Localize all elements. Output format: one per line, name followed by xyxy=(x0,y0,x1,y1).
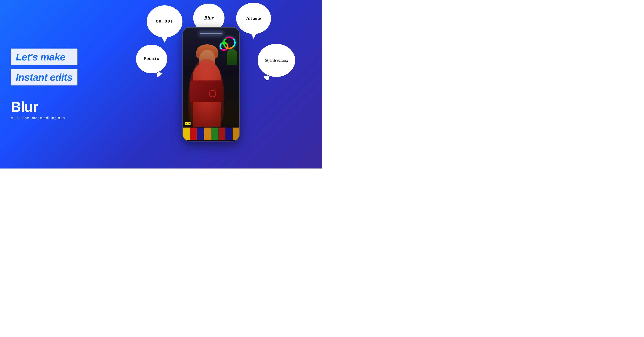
phone: HOP xyxy=(182,27,240,142)
laptop-circle xyxy=(209,90,216,97)
allauto-label: All auto xyxy=(244,14,262,23)
brand-section: Blur All-in-one image editing app xyxy=(11,100,78,120)
cutout-bubble: CUTOUT xyxy=(147,5,182,38)
stylish-label: Stylish editing xyxy=(263,56,290,64)
headline-box-2: Instant edits xyxy=(11,69,78,86)
phone-screen: HOP xyxy=(183,28,239,141)
cutout-label: CUTOUT xyxy=(154,17,175,26)
shelf-item xyxy=(183,128,190,140)
bubble-tail xyxy=(265,76,270,81)
bubble-tail xyxy=(155,72,160,78)
headline-box-1: Let's make xyxy=(11,49,78,65)
stylish-bubble: Stylish editing xyxy=(258,44,295,77)
brand-tagline: All-in-one image editing app xyxy=(11,116,78,120)
blur-label: Blur xyxy=(202,13,216,23)
plant xyxy=(227,49,238,65)
mosaic-bubble: Mosaic xyxy=(136,45,167,73)
shelf-items xyxy=(183,128,239,140)
brand-name: Blur xyxy=(11,100,78,114)
rgb-ring-2 xyxy=(220,42,228,51)
shelf-bottom: HOP xyxy=(183,127,239,141)
headline-line1: Let's make xyxy=(16,51,65,62)
ceiling-light xyxy=(200,33,222,34)
shelf-item xyxy=(218,128,225,140)
shelf-item xyxy=(204,128,211,140)
right-section: CUTOUT Blur All auto Mosaic Stylish edit… xyxy=(125,0,322,168)
hop-label: HOP xyxy=(185,122,190,125)
shelf-item xyxy=(190,128,197,140)
bubble-tail xyxy=(162,37,168,42)
mosaic-label: Mosaic xyxy=(142,55,161,63)
person-laptop xyxy=(190,80,223,102)
shelf-item xyxy=(232,128,239,140)
headline-line2: Instant edits xyxy=(16,72,72,83)
shelf-item xyxy=(197,128,204,140)
allauto-bubble: All auto xyxy=(236,3,271,34)
banner: Let's make Instant edits Blur All-in-one… xyxy=(0,0,322,168)
bubble-tail xyxy=(251,34,256,39)
shelf-item xyxy=(226,128,232,140)
shelf-item xyxy=(211,128,218,140)
left-section: Let's make Instant edits Blur All-in-one… xyxy=(11,49,78,120)
